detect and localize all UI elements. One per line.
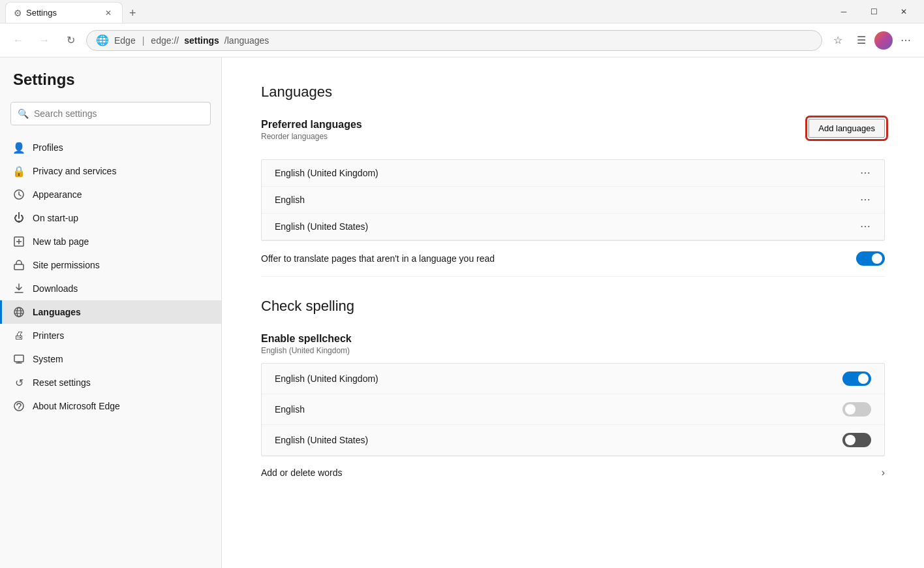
- browser-globe-icon: 🌐: [96, 34, 109, 46]
- sidebar-item-label-reset: Reset settings: [33, 377, 91, 388]
- spell-toggle-en[interactable]: [842, 402, 871, 417]
- browser-name: Edge: [114, 35, 136, 46]
- back-button[interactable]: ←: [8, 30, 29, 51]
- refresh-button[interactable]: ↻: [60, 30, 81, 51]
- content-area: Languages Preferred languages Reorder la…: [222, 57, 924, 568]
- sidebar: Settings 🔍 👤 Profiles 🔒 Privacy and serv…: [0, 57, 222, 568]
- language-name-en: English: [275, 195, 305, 205]
- svg-rect-10: [14, 355, 23, 362]
- language-more-en[interactable]: ⋯: [860, 195, 871, 205]
- spell-enable-desc: English (United Kingdom): [261, 346, 885, 355]
- favorites-icon[interactable]: ☆: [827, 30, 848, 51]
- settings-tab-icon: ⚙: [14, 8, 22, 18]
- printers-icon: 🖨: [13, 330, 25, 341]
- settings-tab-title: Settings: [26, 8, 99, 18]
- sidebar-item-label-sitepermissions: Site permissions: [33, 260, 100, 270]
- sidebar-item-label-about: About Microsoft Edge: [33, 401, 120, 411]
- sidebar-item-profiles[interactable]: 👤 Profiles: [0, 136, 221, 159]
- downloads-icon: [13, 283, 25, 294]
- spell-section: Check spelling Enable spellcheck English…: [261, 298, 885, 489]
- translate-toggle[interactable]: [856, 251, 885, 266]
- sidebar-item-label-privacy: Privacy and services: [33, 166, 116, 176]
- reset-icon: ↺: [13, 377, 25, 388]
- search-box[interactable]: 🔍: [10, 102, 211, 125]
- spell-languages-list: English (United Kingdom) English English…: [261, 363, 885, 456]
- profile-avatar[interactable]: [874, 31, 893, 50]
- language-item-en-uk: English (United Kingdom) ⋯: [262, 160, 884, 187]
- language-more-en-us[interactable]: ⋯: [860, 221, 871, 232]
- sidebar-item-label-printers: Printers: [33, 330, 64, 341]
- language-name-en-uk: English (United Kingdom): [275, 168, 378, 178]
- preferred-header: Preferred languages Reorder languages Ad…: [261, 119, 885, 149]
- main-layout: Settings 🔍 👤 Profiles 🔒 Privacy and serv…: [0, 57, 924, 568]
- sidebar-title: Settings: [0, 71, 221, 102]
- spell-toggle-en-uk[interactable]: [842, 371, 871, 386]
- spell-lang-en-uk: English (United Kingdom): [275, 373, 378, 384]
- sidebar-item-newtab[interactable]: New tab page: [0, 230, 221, 253]
- search-input[interactable]: [34, 108, 204, 119]
- sidebar-item-label-downloads: Downloads: [33, 283, 78, 294]
- add-delete-words-label: Add or delete words: [261, 467, 343, 478]
- translate-label: Offer to translate pages that aren't in …: [261, 253, 495, 264]
- sidebar-item-languages[interactable]: Languages: [0, 300, 221, 324]
- preferred-info: Preferred languages Reorder languages: [261, 119, 362, 149]
- forward-button[interactable]: →: [34, 30, 55, 51]
- spell-enable-label: Enable spellcheck: [261, 333, 885, 345]
- language-more-en-uk[interactable]: ⋯: [860, 168, 871, 178]
- spell-item-en-uk: English (United Kingdom): [262, 364, 884, 394]
- svg-point-13: [14, 402, 23, 411]
- menu-icon[interactable]: ⋯: [895, 30, 916, 51]
- address-separator: |: [142, 35, 145, 46]
- url-prefix: edge://: [151, 35, 179, 46]
- sidebar-item-label-newtab: New tab page: [33, 236, 89, 247]
- chevron-right-icon: ›: [882, 467, 885, 479]
- svg-point-7: [17, 308, 21, 317]
- titlebar: ⚙ Settings ✕ + ─ ☐ ✕: [0, 0, 924, 24]
- close-tab-button[interactable]: ✕: [102, 7, 114, 19]
- system-icon: [13, 353, 25, 365]
- spell-toggle-en-us[interactable]: [842, 433, 871, 447]
- sidebar-item-printers[interactable]: 🖨 Printers: [0, 324, 221, 347]
- onstartup-icon: ⏻: [13, 212, 25, 224]
- sidebar-item-onstartup[interactable]: ⏻ On start-up: [0, 206, 221, 230]
- url-middle: settings: [184, 35, 219, 46]
- privacy-icon: 🔒: [13, 165, 25, 177]
- url-suffix: /languages: [224, 35, 270, 46]
- newtab-icon: [13, 236, 25, 247]
- profiles-icon: 👤: [13, 142, 25, 153]
- add-delete-words-row[interactable]: Add or delete words ›: [261, 456, 885, 489]
- toolbar-icons: ☆ ☰ ⋯: [827, 30, 916, 51]
- language-name-en-us: English (United States): [275, 221, 368, 232]
- preferred-languages-list: English (United Kingdom) ⋯ English ⋯ Eng…: [261, 159, 885, 241]
- sidebar-item-about[interactable]: About Microsoft Edge: [0, 394, 221, 418]
- appearance-icon: [13, 189, 25, 200]
- collections-icon[interactable]: ☰: [851, 30, 872, 51]
- sidebar-item-label-appearance: Appearance: [33, 189, 82, 200]
- sidebar-item-appearance[interactable]: Appearance: [0, 183, 221, 206]
- svg-point-14: [18, 408, 20, 409]
- sidebar-item-label-profiles: Profiles: [33, 142, 63, 153]
- restore-button[interactable]: ☐: [859, 1, 889, 22]
- svg-rect-4: [14, 264, 23, 270]
- address-bar[interactable]: 🌐 Edge | edge://settings/languages: [86, 30, 822, 51]
- svg-point-6: [14, 308, 23, 317]
- sidebar-item-reset[interactable]: ↺ Reset settings: [0, 371, 221, 394]
- spell-item-en-us: English (United States): [262, 425, 884, 456]
- addressbar: ← → ↻ 🌐 Edge | edge://settings/languages…: [0, 24, 924, 57]
- minimize-button[interactable]: ─: [829, 1, 859, 22]
- languages-icon: [13, 306, 25, 318]
- page-title: Languages: [261, 84, 885, 101]
- close-window-button[interactable]: ✕: [889, 1, 919, 22]
- about-icon: [13, 400, 25, 412]
- add-languages-button[interactable]: Add languages: [808, 119, 885, 138]
- settings-tab[interactable]: ⚙ Settings ✕: [5, 2, 123, 23]
- new-tab-button[interactable]: +: [124, 4, 142, 23]
- window-controls: ─ ☐ ✕: [829, 1, 919, 22]
- sitepermissions-icon: [13, 259, 25, 271]
- sidebar-item-sitepermissions[interactable]: Site permissions: [0, 253, 221, 277]
- sidebar-item-downloads[interactable]: Downloads: [0, 277, 221, 300]
- preferred-desc: Reorder languages: [261, 132, 362, 141]
- sidebar-item-system[interactable]: System: [0, 347, 221, 371]
- sidebar-item-privacy[interactable]: 🔒 Privacy and services: [0, 159, 221, 183]
- spell-title: Check spelling: [261, 298, 885, 315]
